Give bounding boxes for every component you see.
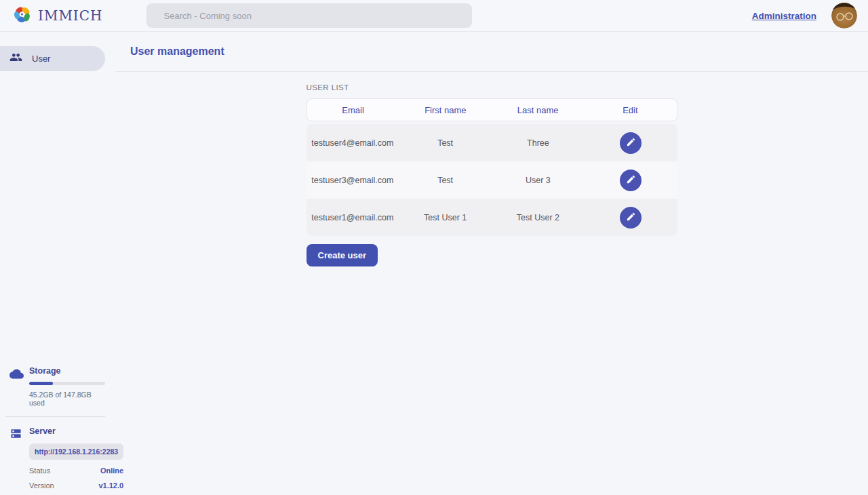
server-url: http://192.168.1.216:2283 — [29, 443, 123, 460]
cell-email: testuser4@email.com — [307, 138, 399, 148]
cell-first-name: Test — [399, 176, 492, 185]
pencil-icon — [626, 212, 636, 224]
table-row: testuser1@email.com Test User 1 Test Use… — [307, 199, 677, 236]
cell-first-name: Test — [399, 138, 492, 148]
table-row: testuser3@email.com Test User 3 — [307, 161, 677, 199]
column-header-email: Email — [307, 105, 399, 115]
server-version-row: Version v1.12.0 — [29, 481, 123, 490]
status-value: Online — [100, 467, 123, 475]
app-header: IMMICH Administration — [0, 0, 868, 32]
sidebar-item-user[interactable]: User — [0, 46, 105, 71]
version-label: Version — [29, 481, 54, 490]
cell-first-name: Test User 1 — [399, 213, 492, 222]
edit-user-button[interactable] — [620, 132, 642, 154]
server-status-row: Status Online — [29, 467, 123, 475]
column-header-last-name: Last name — [492, 105, 584, 115]
cell-last-name: User 3 — [492, 176, 585, 185]
column-header-edit: Edit — [584, 105, 676, 115]
cell-last-name: Test User 2 — [492, 213, 585, 222]
immich-flower-icon — [12, 4, 33, 27]
sidebar: User Storage 45.2GB of 147.8GB used — [0, 32, 115, 495]
create-user-button[interactable]: Create user — [307, 244, 378, 266]
page-title: User management — [130, 45, 224, 58]
column-header-first-name: First name — [399, 105, 492, 115]
storage-progress-bar — [29, 382, 105, 385]
avatar[interactable] — [831, 3, 857, 28]
cell-email: testuser1@email.com — [307, 213, 399, 222]
server-title: Server — [29, 427, 123, 436]
server-section: Server http://192.168.1.216:2283 Status … — [0, 427, 115, 490]
title-bar: User management — [115, 32, 868, 72]
people-icon — [9, 51, 22, 66]
storage-title: Storage — [29, 366, 105, 376]
server-icon — [9, 427, 24, 490]
immich-logo[interactable]: IMMICH — [12, 4, 103, 27]
sidebar-item-label: User — [32, 54, 50, 64]
user-list-label: USER LIST — [307, 83, 677, 92]
pencil-icon — [626, 137, 636, 149]
pencil-icon — [626, 174, 636, 186]
storage-section: Storage 45.2GB of 147.8GB used — [0, 366, 115, 407]
table-header-row: Email First name Last name Edit — [307, 98, 677, 121]
edit-user-button[interactable] — [620, 170, 642, 191]
search-input[interactable] — [146, 3, 472, 28]
edit-user-button[interactable] — [620, 207, 642, 229]
logo-text: IMMICH — [38, 7, 103, 24]
main-content: User management USER LIST Email First na… — [115, 32, 868, 495]
user-table: testuser4@email.com Test Three — [307, 124, 677, 236]
storage-progress-fill — [29, 382, 53, 385]
administration-link[interactable]: Administration — [752, 11, 816, 21]
cell-email: testuser3@email.com — [307, 176, 399, 185]
cloud-icon — [9, 367, 24, 407]
sidebar-divider — [5, 416, 105, 417]
storage-usage-text: 45.2GB of 147.8GB used — [29, 391, 105, 407]
version-value: v1.12.0 — [98, 481, 123, 490]
status-label: Status — [29, 467, 50, 475]
table-row: testuser4@email.com Test Three — [307, 124, 677, 161]
cell-last-name: Three — [492, 138, 585, 148]
